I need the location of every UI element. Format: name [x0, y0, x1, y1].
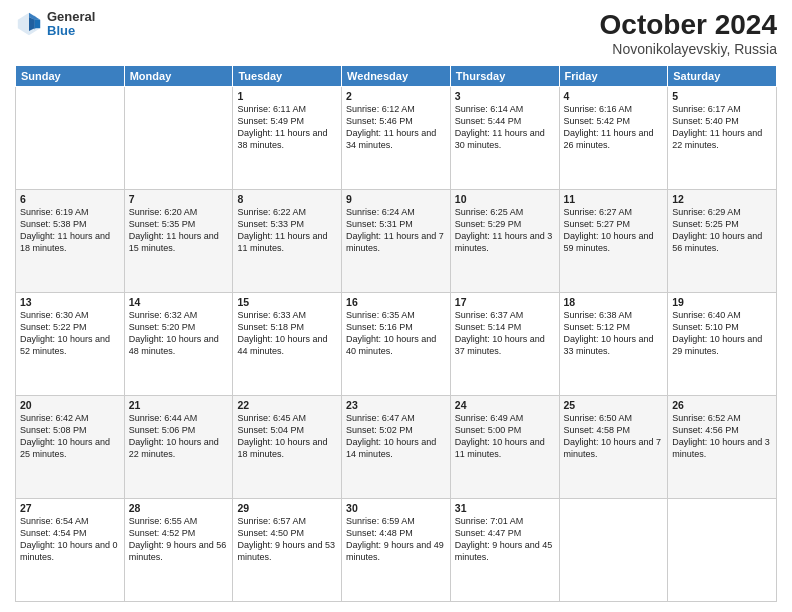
cell-date-number: 31 — [455, 502, 555, 514]
cell-info: Sunrise: 6:40 AMSunset: 5:10 PMDaylight:… — [672, 309, 772, 358]
cell-date-number: 5 — [672, 90, 772, 102]
cell-info: Sunrise: 6:35 AMSunset: 5:16 PMDaylight:… — [346, 309, 446, 358]
cell-date-number: 12 — [672, 193, 772, 205]
cell-info: Sunrise: 6:29 AMSunset: 5:25 PMDaylight:… — [672, 206, 772, 255]
calendar-cell: 1Sunrise: 6:11 AMSunset: 5:49 PMDaylight… — [233, 86, 342, 189]
cell-info: Sunrise: 6:42 AMSunset: 5:08 PMDaylight:… — [20, 412, 120, 461]
cell-info: Sunrise: 6:49 AMSunset: 5:00 PMDaylight:… — [455, 412, 555, 461]
calendar-cell: 10Sunrise: 6:25 AMSunset: 5:29 PMDayligh… — [450, 189, 559, 292]
cell-date-number: 18 — [564, 296, 664, 308]
cell-date-number: 17 — [455, 296, 555, 308]
cell-date-number: 8 — [237, 193, 337, 205]
svg-marker-3 — [35, 20, 41, 28]
calendar-cell: 20Sunrise: 6:42 AMSunset: 5:08 PMDayligh… — [16, 395, 125, 498]
calendar-cell: 27Sunrise: 6:54 AMSunset: 4:54 PMDayligh… — [16, 498, 125, 601]
calendar-cell: 4Sunrise: 6:16 AMSunset: 5:42 PMDaylight… — [559, 86, 668, 189]
calendar-cell: 6Sunrise: 6:19 AMSunset: 5:38 PMDaylight… — [16, 189, 125, 292]
cell-date-number: 23 — [346, 399, 446, 411]
logo-text: General Blue — [47, 10, 95, 39]
calendar-cell: 25Sunrise: 6:50 AMSunset: 4:58 PMDayligh… — [559, 395, 668, 498]
calendar-cell: 23Sunrise: 6:47 AMSunset: 5:02 PMDayligh… — [342, 395, 451, 498]
calendar-cell: 7Sunrise: 6:20 AMSunset: 5:35 PMDaylight… — [124, 189, 233, 292]
calendar-cell: 30Sunrise: 6:59 AMSunset: 4:48 PMDayligh… — [342, 498, 451, 601]
cell-date-number: 14 — [129, 296, 229, 308]
calendar-cell: 22Sunrise: 6:45 AMSunset: 5:04 PMDayligh… — [233, 395, 342, 498]
cell-info: Sunrise: 6:38 AMSunset: 5:12 PMDaylight:… — [564, 309, 664, 358]
day-header-thursday: Thursday — [450, 65, 559, 86]
cell-info: Sunrise: 6:22 AMSunset: 5:33 PMDaylight:… — [237, 206, 337, 255]
cell-info: Sunrise: 6:52 AMSunset: 4:56 PMDaylight:… — [672, 412, 772, 461]
calendar-week-2: 6Sunrise: 6:19 AMSunset: 5:38 PMDaylight… — [16, 189, 777, 292]
month-title: October 2024 — [600, 10, 777, 41]
cell-info: Sunrise: 6:19 AMSunset: 5:38 PMDaylight:… — [20, 206, 120, 255]
calendar-cell: 12Sunrise: 6:29 AMSunset: 5:25 PMDayligh… — [668, 189, 777, 292]
logo-icon — [15, 10, 43, 38]
cell-info: Sunrise: 6:45 AMSunset: 5:04 PMDaylight:… — [237, 412, 337, 461]
cell-date-number: 11 — [564, 193, 664, 205]
calendar-cell: 5Sunrise: 6:17 AMSunset: 5:40 PMDaylight… — [668, 86, 777, 189]
cell-info: Sunrise: 6:14 AMSunset: 5:44 PMDaylight:… — [455, 103, 555, 152]
cell-date-number: 16 — [346, 296, 446, 308]
cell-date-number: 10 — [455, 193, 555, 205]
calendar-week-1: 1Sunrise: 6:11 AMSunset: 5:49 PMDaylight… — [16, 86, 777, 189]
cell-date-number: 20 — [20, 399, 120, 411]
cell-info: Sunrise: 6:54 AMSunset: 4:54 PMDaylight:… — [20, 515, 120, 564]
day-header-friday: Friday — [559, 65, 668, 86]
cell-info: Sunrise: 6:57 AMSunset: 4:50 PMDaylight:… — [237, 515, 337, 564]
cell-info: Sunrise: 6:44 AMSunset: 5:06 PMDaylight:… — [129, 412, 229, 461]
cell-date-number: 21 — [129, 399, 229, 411]
calendar-cell: 8Sunrise: 6:22 AMSunset: 5:33 PMDaylight… — [233, 189, 342, 292]
calendar-cell: 19Sunrise: 6:40 AMSunset: 5:10 PMDayligh… — [668, 292, 777, 395]
title-block: October 2024 Novonikolayevskiy, Russia — [600, 10, 777, 57]
calendar-header-row: SundayMondayTuesdayWednesdayThursdayFrid… — [16, 65, 777, 86]
day-header-saturday: Saturday — [668, 65, 777, 86]
cell-info: Sunrise: 6:20 AMSunset: 5:35 PMDaylight:… — [129, 206, 229, 255]
cell-date-number: 29 — [237, 502, 337, 514]
cell-date-number: 27 — [20, 502, 120, 514]
calendar-cell: 18Sunrise: 6:38 AMSunset: 5:12 PMDayligh… — [559, 292, 668, 395]
calendar-cell: 24Sunrise: 6:49 AMSunset: 5:00 PMDayligh… — [450, 395, 559, 498]
cell-date-number: 13 — [20, 296, 120, 308]
cell-date-number: 22 — [237, 399, 337, 411]
page: General Blue October 2024 Novonikolayevs… — [0, 0, 792, 612]
calendar-cell: 9Sunrise: 6:24 AMSunset: 5:31 PMDaylight… — [342, 189, 451, 292]
calendar-cell: 13Sunrise: 6:30 AMSunset: 5:22 PMDayligh… — [16, 292, 125, 395]
calendar-cell — [124, 86, 233, 189]
cell-info: Sunrise: 6:27 AMSunset: 5:27 PMDaylight:… — [564, 206, 664, 255]
calendar-cell — [559, 498, 668, 601]
calendar-week-5: 27Sunrise: 6:54 AMSunset: 4:54 PMDayligh… — [16, 498, 777, 601]
cell-info: Sunrise: 6:50 AMSunset: 4:58 PMDaylight:… — [564, 412, 664, 461]
cell-date-number: 6 — [20, 193, 120, 205]
calendar-cell: 11Sunrise: 6:27 AMSunset: 5:27 PMDayligh… — [559, 189, 668, 292]
cell-info: Sunrise: 6:25 AMSunset: 5:29 PMDaylight:… — [455, 206, 555, 255]
cell-info: Sunrise: 6:17 AMSunset: 5:40 PMDaylight:… — [672, 103, 772, 152]
cell-info: Sunrise: 6:55 AMSunset: 4:52 PMDaylight:… — [129, 515, 229, 564]
cell-date-number: 24 — [455, 399, 555, 411]
calendar-cell: 28Sunrise: 6:55 AMSunset: 4:52 PMDayligh… — [124, 498, 233, 601]
calendar-table: SundayMondayTuesdayWednesdayThursdayFrid… — [15, 65, 777, 602]
cell-info: Sunrise: 6:24 AMSunset: 5:31 PMDaylight:… — [346, 206, 446, 255]
cell-date-number: 15 — [237, 296, 337, 308]
cell-date-number: 19 — [672, 296, 772, 308]
calendar-week-3: 13Sunrise: 6:30 AMSunset: 5:22 PMDayligh… — [16, 292, 777, 395]
cell-date-number: 30 — [346, 502, 446, 514]
calendar-cell: 31Sunrise: 7:01 AMSunset: 4:47 PMDayligh… — [450, 498, 559, 601]
cell-info: Sunrise: 6:33 AMSunset: 5:18 PMDaylight:… — [237, 309, 337, 358]
day-header-sunday: Sunday — [16, 65, 125, 86]
cell-date-number: 28 — [129, 502, 229, 514]
cell-info: Sunrise: 6:32 AMSunset: 5:20 PMDaylight:… — [129, 309, 229, 358]
calendar-cell: 17Sunrise: 6:37 AMSunset: 5:14 PMDayligh… — [450, 292, 559, 395]
cell-date-number: 3 — [455, 90, 555, 102]
day-header-monday: Monday — [124, 65, 233, 86]
calendar-cell: 16Sunrise: 6:35 AMSunset: 5:16 PMDayligh… — [342, 292, 451, 395]
cell-info: Sunrise: 6:16 AMSunset: 5:42 PMDaylight:… — [564, 103, 664, 152]
cell-date-number: 9 — [346, 193, 446, 205]
calendar-cell: 29Sunrise: 6:57 AMSunset: 4:50 PMDayligh… — [233, 498, 342, 601]
location-subtitle: Novonikolayevskiy, Russia — [600, 41, 777, 57]
cell-date-number: 2 — [346, 90, 446, 102]
calendar-cell: 2Sunrise: 6:12 AMSunset: 5:46 PMDaylight… — [342, 86, 451, 189]
calendar-cell: 26Sunrise: 6:52 AMSunset: 4:56 PMDayligh… — [668, 395, 777, 498]
calendar-week-4: 20Sunrise: 6:42 AMSunset: 5:08 PMDayligh… — [16, 395, 777, 498]
calendar-cell — [16, 86, 125, 189]
day-header-tuesday: Tuesday — [233, 65, 342, 86]
